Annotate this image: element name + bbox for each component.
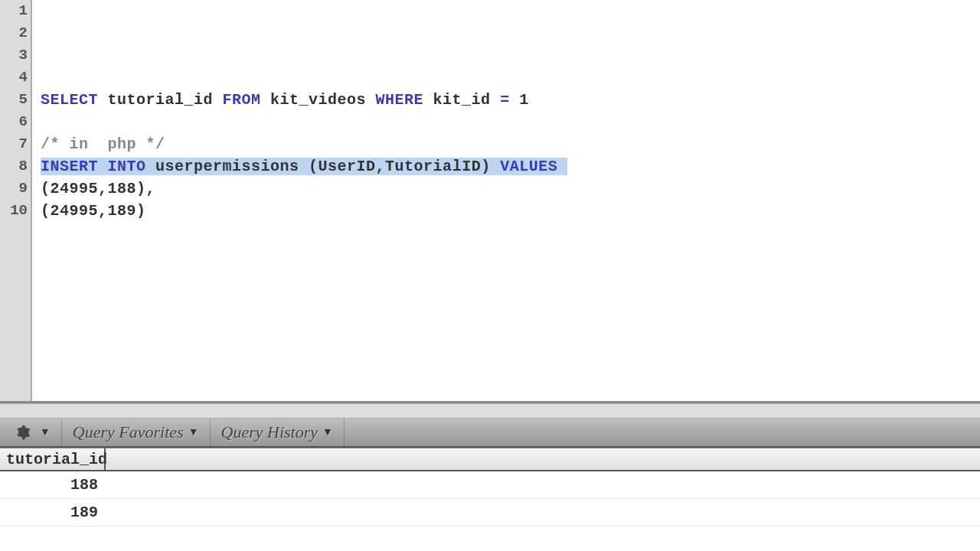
gear-icon <box>15 425 31 440</box>
line-number: 2 <box>0 22 28 44</box>
keyword-insert: INSERT <box>41 158 98 175</box>
line-number: 5 <box>0 89 28 111</box>
line-number: 3 <box>0 44 28 67</box>
comment: /* in php */ <box>41 135 165 153</box>
results-header-row: tutorial_id <box>0 448 980 471</box>
chevron-down-icon: ▼ <box>322 426 333 439</box>
line-number: 10 <box>0 200 28 222</box>
query-favorites-button[interactable]: Query Favorites ▼ <box>62 419 211 446</box>
code-line[interactable] <box>41 111 980 133</box>
result-cell: 188 <box>0 476 106 494</box>
code-line[interactable]: (24995,188), <box>41 178 980 200</box>
keyword-where: WHERE <box>376 91 424 109</box>
horizontal-scrollbar-strip[interactable] <box>0 403 980 419</box>
keyword-from: FROM <box>223 91 261 109</box>
sql-editor: 1 2 3 4 5 6 7 8 9 10 SELECT tutorial_id … <box>0 0 980 403</box>
line-number: 4 <box>0 67 28 89</box>
chevron-down-icon: ▼ <box>188 426 199 439</box>
code-line[interactable]: INSERT INTO userpermissions (UserID,Tuto… <box>41 155 980 178</box>
table-row[interactable]: 189 <box>0 499 980 527</box>
keyword-values: VALUES <box>500 158 557 175</box>
code-line[interactable]: /* in php */ <box>41 133 980 155</box>
code-line[interactable] <box>41 44 980 67</box>
line-number: 6 <box>0 111 28 133</box>
code-line[interactable] <box>41 67 980 89</box>
line-number: 7 <box>0 133 28 155</box>
results-pane: tutorial_id 188 189 <box>0 448 980 551</box>
gear-menu[interactable]: ▼ <box>5 419 62 446</box>
tab-label: Query Favorites <box>73 422 184 442</box>
line-number-gutter: 1 2 3 4 5 6 7 8 9 10 <box>0 0 32 401</box>
query-history-button[interactable]: Query History ▼ <box>211 419 345 446</box>
selected-text: INSERT INTO userpermissions (UserID,Tuto… <box>41 158 567 175</box>
table-row[interactable]: 188 <box>0 471 980 499</box>
column-header[interactable]: tutorial_id <box>0 448 106 470</box>
query-tabbar: ▼ Query Favorites ▼ Query History ▼ <box>0 419 980 448</box>
code-line[interactable] <box>41 0 980 22</box>
line-number: 1 <box>0 0 28 22</box>
result-cell: 189 <box>0 504 106 521</box>
tab-label: Query History <box>221 422 318 442</box>
line-number: 8 <box>0 155 28 178</box>
code-line[interactable] <box>41 22 980 44</box>
keyword-select: SELECT <box>41 91 98 109</box>
chevron-down-icon: ▼ <box>40 426 51 439</box>
code-line[interactable]: SELECT tutorial_id FROM kit_videos WHERE… <box>41 89 980 111</box>
code-area[interactable]: SELECT tutorial_id FROM kit_videos WHERE… <box>32 0 980 401</box>
line-number: 9 <box>0 178 28 200</box>
code-line[interactable]: (24995,189) <box>41 200 980 222</box>
keyword-into: INTO <box>108 158 146 175</box>
